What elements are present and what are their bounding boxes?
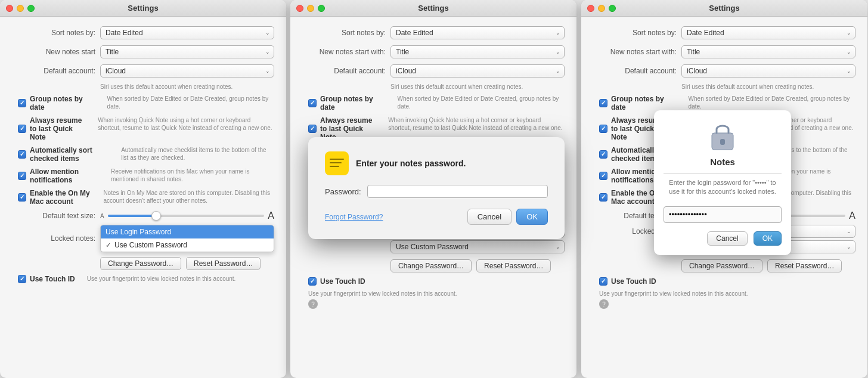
change-password-btn-1[interactable]: Change Password… (100, 257, 181, 270)
hint-text-2: Siri uses this default account when crea… (390, 83, 565, 90)
new-notes-select-1[interactable]: Title ⌄ (100, 45, 274, 58)
group-notes-desc-2: When sorted by Date Edited or Date Creat… (398, 95, 565, 110)
enable-mac-checkbox-wrap-1[interactable]: ✓ Enable the On My Mac account (18, 189, 91, 206)
default-account-select-wrapper-2: iCloud ⌄ (390, 64, 565, 78)
default-account-select-1[interactable]: iCloud ⌄ (100, 64, 274, 78)
use-custom-pw-select-2[interactable]: Use Custom Password ⌄ (390, 240, 565, 253)
group-notes-row-1: ✓ Group notes by date When sorted by Dat… (18, 95, 274, 111)
auto-sort-checkbox-wrap-1[interactable]: ✓ Automatically sort checked items (18, 146, 109, 163)
locked-notes-arrow-3: ⌄ (847, 228, 851, 234)
touch-id-checkbox-2[interactable]: ✓ (308, 277, 317, 286)
lock-cancel-btn[interactable]: Cancel (707, 231, 747, 246)
reset-password-btn-2[interactable]: Reset Password… (476, 259, 551, 272)
allow-mention-checkbox-1[interactable]: ✓ (18, 172, 26, 180)
slider-small-a-1: A (100, 213, 104, 219)
touch-id-checkbox-1[interactable]: ✓ (18, 275, 26, 283)
sort-notes-select-3[interactable]: Date Edited ⌄ (681, 26, 855, 39)
enable-mac-checkbox-3[interactable]: ✓ (599, 193, 607, 202)
new-notes-select-3[interactable]: Title ⌄ (681, 45, 855, 58)
enter-password-modal: Enter your notes password. Password: For… (308, 137, 565, 239)
group-notes-checkbox-wrap-3[interactable]: ✓ Group notes by date (599, 95, 677, 111)
use-custom-pw-value-2: Use Custom Password (396, 243, 469, 251)
allow-mention-checkbox-3[interactable]: ✓ (599, 172, 607, 180)
always-resume-checkbox-wrap-1[interactable]: ✓ Always resume to last Quick Note (18, 116, 86, 141)
maximize-button-2[interactable] (318, 5, 325, 12)
group-notes-checkbox-wrap-1[interactable]: ✓ Group notes by date (18, 95, 95, 111)
enable-mac-checkbox-1[interactable]: ✓ (18, 193, 26, 202)
text-size-slider-1: A A (100, 210, 274, 221)
touch-id-label-1: Use Touch ID (30, 275, 75, 283)
new-notes-arrow-1: ⌄ (265, 49, 270, 55)
group-notes-checkbox-3[interactable]: ✓ (599, 99, 607, 107)
group-notes-checkbox-2[interactable]: ✓ (308, 99, 317, 107)
touch-id-checkbox-wrap-1[interactable]: ✓ Use Touch ID (18, 275, 75, 283)
locked-notes-dropdown-container-1: Use Login Password Use Custom Password (100, 225, 274, 252)
touch-id-help-2[interactable]: ? (308, 299, 318, 309)
sort-notes-select-wrapper-1: Date Edited ⌄ (100, 26, 274, 39)
close-button-2[interactable] (296, 5, 303, 12)
maximize-button-1[interactable] (27, 5, 35, 12)
sort-notes-select-1[interactable]: Date Edited ⌄ (100, 26, 274, 39)
default-account-select-2[interactable]: iCloud ⌄ (390, 64, 565, 78)
default-account-row-3: Default account: iCloud ⌄ (593, 64, 855, 78)
touch-id-help-3[interactable]: ? (599, 299, 609, 309)
auto-sort-checkbox-3[interactable]: ✓ (599, 150, 607, 159)
enter-pw-cancel-btn[interactable]: Cancel (467, 209, 512, 225)
enter-pw-modal-title: Enter your notes password. (356, 159, 466, 168)
dropdown-item-login-1[interactable]: Use Login Password (101, 225, 274, 238)
default-account-select-3[interactable]: iCloud ⌄ (681, 64, 855, 78)
use-custom-pw-arrow-3: ⌄ (847, 244, 851, 250)
always-resume-checkbox-3[interactable]: ✓ (599, 125, 607, 133)
touch-id-checkbox-3[interactable]: ✓ (599, 277, 607, 286)
group-notes-checkbox-wrap-2[interactable]: ✓ Group notes by date (308, 95, 386, 111)
auto-sort-checkbox-1[interactable]: ✓ (18, 150, 26, 159)
lock-ok-btn[interactable]: OK (754, 231, 782, 246)
new-notes-select-wrapper-3: Title ⌄ (681, 45, 855, 58)
notes-lock-modal: Notes Enter the login password for "••••… (654, 110, 791, 255)
lock-password-input[interactable] (664, 206, 782, 223)
reset-password-btn-1[interactable]: Reset Password… (186, 257, 261, 270)
minimize-button-2[interactable] (307, 5, 314, 12)
group-notes-checkbox-1[interactable]: ✓ (18, 99, 26, 107)
settings-panel-1: Settings Sort notes by: Date Edited ⌄ Ne… (0, 0, 286, 378)
new-notes-row-2: New notes start with: Title ⌄ (302, 45, 565, 58)
allow-mention-checkbox-wrap-1[interactable]: ✓ Allow mention notifications (18, 168, 99, 184)
maximize-button-3[interactable] (609, 5, 616, 12)
sort-notes-row-2: Sort notes by: Date Edited ⌄ (302, 26, 565, 39)
locked-notes-dropdown-1[interactable]: Use Login Password Use Custom Password (100, 225, 274, 252)
auto-sort-label-1: Automatically sort checked items (30, 146, 109, 163)
sort-notes-select-2[interactable]: Date Edited ⌄ (390, 26, 565, 39)
new-notes-arrow-2: ⌄ (556, 49, 560, 55)
lock-modal-desc: Enter the login password for "•••••" to … (664, 178, 782, 197)
forgot-password-link[interactable]: Forgot Password? (325, 213, 383, 221)
touch-id-checkbox-wrap-3[interactable]: ✓ Use Touch ID (599, 277, 656, 286)
sort-notes-value-1: Date Edited (106, 29, 143, 37)
change-password-btn-2[interactable]: Change Password… (390, 259, 472, 272)
default-account-value-2: iCloud (396, 67, 416, 75)
slider-track-1[interactable] (108, 215, 265, 217)
password-buttons-1: Change Password… Reset Password… (100, 257, 274, 270)
default-account-row-1: Default account: iCloud ⌄ (12, 64, 274, 78)
always-resume-checkbox-1[interactable]: ✓ (18, 125, 26, 133)
slider-thumb-1[interactable] (151, 211, 161, 221)
change-password-btn-3[interactable]: Change Password… (681, 259, 762, 272)
enter-pw-ok-btn[interactable]: OK (516, 209, 548, 225)
always-resume-checkbox-2[interactable]: ✓ (308, 125, 317, 133)
reset-password-btn-3[interactable]: Reset Password… (767, 259, 842, 272)
default-account-value-1: iCloud (106, 67, 126, 75)
traffic-lights-2 (296, 5, 325, 12)
enter-pw-label: Password: (325, 187, 361, 196)
close-button-1[interactable] (6, 5, 13, 12)
group-notes-desc-1: When sorted by Date Edited or Date Creat… (107, 95, 274, 110)
new-notes-select-wrapper-2: Title ⌄ (390, 45, 565, 58)
minimize-button-3[interactable] (598, 5, 605, 12)
sort-notes-arrow-2: ⌄ (556, 30, 560, 36)
dropdown-item-custom-1[interactable]: Use Custom Password (101, 238, 274, 252)
new-notes-value-2: Title (396, 48, 409, 56)
touch-id-desc-2: Use your fingerprint to view locked note… (308, 290, 565, 297)
minimize-button-1[interactable] (17, 5, 24, 12)
enter-pw-input[interactable] (367, 185, 548, 198)
new-notes-select-2[interactable]: Title ⌄ (390, 45, 565, 58)
touch-id-checkbox-wrap-2[interactable]: ✓ Use Touch ID (308, 277, 365, 286)
close-button-3[interactable] (587, 5, 594, 12)
